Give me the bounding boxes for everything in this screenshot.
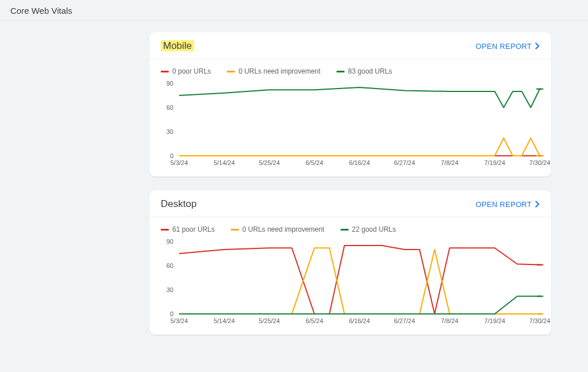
open-report-label: OPEN REPORT [475, 200, 532, 209]
open-report-label: OPEN REPORT [475, 42, 532, 51]
x-tick-label: 6/27/24 [394, 159, 415, 166]
x-tick-label: 6/16/24 [349, 317, 370, 324]
legend-label: 22 good URLs [352, 225, 396, 233]
legend-label: 0 URLs need improvement [238, 67, 320, 75]
y-tick-label: 30 [167, 286, 173, 293]
chevron-right-icon [535, 43, 540, 49]
legend-item: 0 URLs need improvement [227, 67, 320, 75]
x-tick-label: 7/19/24 [484, 159, 505, 166]
y-tick-label: 90 [167, 238, 173, 245]
legend-swatch [227, 71, 235, 72]
x-tick-label: 5/3/24 [171, 159, 188, 166]
legend-label: 0 URLs need improvement [242, 225, 324, 233]
x-tick-label: 5/14/24 [214, 317, 235, 324]
card-desktop: DesktopOPEN REPORT61 poor URLs0 URLs nee… [149, 190, 551, 335]
chevron-right-icon [535, 201, 540, 208]
svg-point-6 [536, 313, 544, 315]
legend-swatch [341, 229, 349, 231]
x-tick-label: 7/8/24 [441, 159, 459, 166]
x-tick-label: 6/5/24 [305, 317, 323, 324]
legend-item: 0 URLs need improvement [231, 225, 324, 233]
card-title: Mobile [161, 40, 194, 52]
x-tick-label: 7/30/24 [529, 317, 551, 324]
legend-swatch [161, 71, 169, 72]
y-tick-label: 60 [167, 262, 173, 269]
y-tick-label: 30 [167, 128, 173, 135]
legend-label: 83 good URLs [348, 67, 392, 75]
x-tick-label: 7/19/24 [484, 317, 505, 324]
legend: 61 poor URLs0 URLs need improvement22 go… [149, 217, 551, 237]
x-tick-label: 6/16/24 [349, 159, 370, 166]
legend-item: 22 good URLs [341, 225, 396, 233]
svg-point-3 [536, 88, 544, 90]
open-report-button[interactable]: OPEN REPORT [475, 200, 540, 209]
legend-swatch [336, 71, 345, 72]
legend: 0 poor URLs0 URLs need improvement83 goo… [149, 59, 551, 79]
page-title: Core Web Vitals [0, 0, 588, 21]
card-title: Desktop [161, 198, 196, 210]
legend-item: 83 good URLs [336, 67, 392, 75]
y-tick-label: 0 [170, 152, 173, 159]
legend-item: 0 poor URLs [161, 67, 211, 75]
card-header: DesktopOPEN REPORT [149, 190, 551, 217]
x-tick-label: 7/8/24 [441, 317, 459, 324]
svg-point-7 [536, 296, 544, 297]
card-header: MobileOPEN REPORT [149, 32, 551, 59]
y-tick-label: 0 [170, 310, 173, 317]
chart: 03060905/3/245/14/245/25/246/5/246/16/24… [149, 237, 551, 329]
cards-container: MobileOPEN REPORT0 poor URLs0 URLs need … [0, 21, 588, 360]
x-tick-label: 7/30/24 [529, 159, 551, 166]
legend-item: 61 poor URLs [161, 225, 215, 233]
legend-swatch [231, 229, 239, 231]
open-report-button[interactable]: OPEN REPORT [475, 42, 540, 51]
x-tick-label: 5/14/24 [214, 159, 235, 166]
y-tick-label: 60 [167, 104, 173, 111]
x-tick-label: 5/3/24 [171, 317, 188, 324]
x-tick-label: 6/5/24 [305, 159, 323, 166]
legend-label: 61 poor URLs [172, 225, 215, 233]
chart: 03060905/3/245/14/245/25/246/5/246/16/24… [149, 79, 551, 171]
x-tick-label: 5/25/24 [259, 317, 280, 324]
x-tick-label: 5/25/24 [259, 159, 280, 166]
svg-point-2 [536, 155, 544, 157]
legend-swatch [161, 229, 169, 231]
card-mobile: MobileOPEN REPORT0 poor URLs0 URLs need … [149, 32, 551, 177]
legend-label: 0 poor URLs [172, 67, 211, 75]
y-tick-label: 90 [167, 80, 173, 87]
svg-point-5 [536, 264, 544, 266]
x-tick-label: 6/27/24 [394, 317, 415, 324]
